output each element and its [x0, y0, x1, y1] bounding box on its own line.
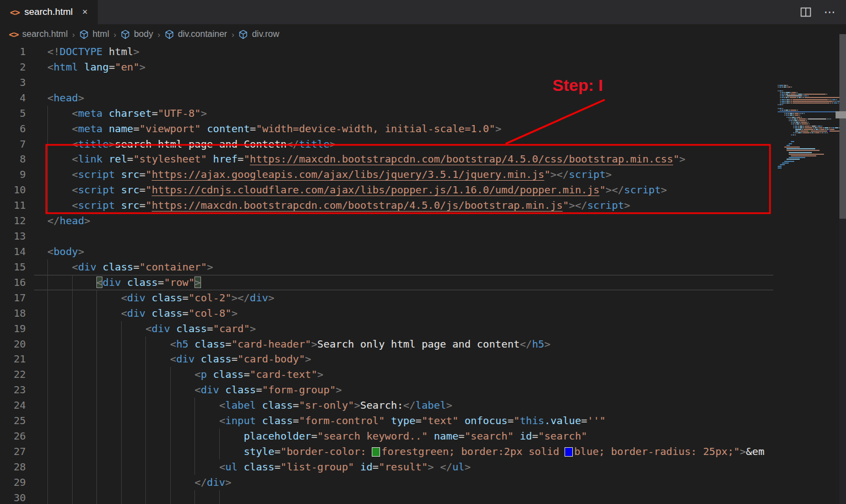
- code-line-7[interactable]: 7 <title>search html page and Contetn</t…: [0, 137, 773, 152]
- indent-guide: [72, 337, 73, 352]
- line-number-29[interactable]: 29: [0, 475, 26, 490]
- line-number-3[interactable]: 3: [0, 75, 26, 90]
- code-line-11[interactable]: 11 <script src="https://maxcdn.bootstrap…: [0, 198, 773, 213]
- indent-guide: [72, 413, 73, 429]
- code-line-18[interactable]: 18 <div class="col-8">: [0, 306, 773, 321]
- color-swatch-blue[interactable]: [565, 448, 572, 456]
- code-line-3[interactable]: 3: [0, 75, 773, 90]
- line-number-22[interactable]: 22: [0, 367, 26, 382]
- code-line-15[interactable]: 15 <div class="container">: [0, 259, 773, 275]
- line-number-15[interactable]: 15: [0, 259, 26, 275]
- code-line-9[interactable]: 9 <script src="https://ajax.googleapis.c…: [0, 167, 773, 182]
- line-number-21[interactable]: 21: [0, 351, 26, 367]
- line-number-14[interactable]: 14: [0, 244, 26, 259]
- indent-guide: [47, 337, 48, 352]
- minimap-line: [778, 118, 831, 120]
- code-line-16[interactable]: 16 <div class="row">: [0, 275, 773, 290]
- line-number-28[interactable]: 28: [0, 459, 26, 475]
- tab-search-html[interactable]: <> search.html ×: [0, 0, 98, 24]
- minimap-current-line-marker: [778, 111, 836, 112]
- code-line-1[interactable]: 1<!DOCTYPE html>: [0, 44, 773, 59]
- line-number-13[interactable]: 13: [0, 229, 26, 244]
- indent-guide: [145, 337, 146, 352]
- line-number-10[interactable]: 10: [0, 182, 26, 198]
- line-number-2[interactable]: 2: [0, 59, 26, 75]
- line-number-5[interactable]: 5: [0, 106, 26, 121]
- code-line-17[interactable]: 17 <div class="col-2"></div>: [0, 290, 773, 306]
- code-line-12[interactable]: 12</head>: [0, 213, 773, 229]
- code-line-24[interactable]: 24 <label class="sr-only">Search:</label…: [0, 398, 773, 413]
- code-line-22[interactable]: 22 <p class="card-text">: [0, 367, 773, 382]
- code-line-8[interactable]: 8 <link rel="stylesheet" href="https://m…: [0, 151, 773, 167]
- color-swatch-forestgreen[interactable]: [372, 448, 379, 456]
- indent-guide: [47, 121, 48, 137]
- line-number-6[interactable]: 6: [0, 121, 26, 137]
- line-number-18[interactable]: 18: [0, 306, 26, 321]
- code-line-30[interactable]: 30: [0, 490, 773, 504]
- code-line-2[interactable]: 2<html lang="en">: [0, 59, 773, 75]
- code-line-14[interactable]: 14<body>: [0, 244, 773, 259]
- line-number-1[interactable]: 1: [0, 44, 26, 59]
- minimap-line: [778, 101, 842, 102]
- code-line-6[interactable]: 6 <meta name="viewport" content="width=d…: [0, 121, 773, 137]
- line-number-9[interactable]: 9: [0, 167, 26, 182]
- line-number-23[interactable]: 23: [0, 382, 26, 398]
- minimap-line: [778, 115, 800, 116]
- indent-guide: [96, 290, 97, 306]
- indent-guide: [96, 321, 97, 337]
- line-number-12[interactable]: 12: [0, 213, 26, 229]
- code-line-21[interactable]: 21 <div class="card-body">: [0, 351, 773, 367]
- code-line-13[interactable]: 13: [0, 229, 773, 244]
- line-number-20[interactable]: 20: [0, 337, 26, 352]
- breadcrumb-item-body[interactable]: body: [121, 29, 153, 39]
- line-number-16[interactable]: 16: [0, 275, 26, 290]
- breadcrumb-item-search-html[interactable]: <>search.html: [9, 29, 68, 40]
- code-line-19[interactable]: 19 <div class="card">: [0, 321, 773, 337]
- code-line-10[interactable]: 10 <script src="https://cdnjs.cloudflare…: [0, 182, 773, 198]
- line-number-7[interactable]: 7: [0, 137, 26, 152]
- code-line-23[interactable]: 23 <div class="form-group">: [0, 382, 773, 398]
- code-line-27[interactable]: 27 style="border-color: forestgreen; bor…: [0, 444, 773, 459]
- line-number-4[interactable]: 4: [0, 90, 26, 106]
- code-line-20[interactable]: 20 <h5 class="card-header">Search only h…: [0, 337, 773, 352]
- split-editor-icon[interactable]: [800, 6, 812, 18]
- code-line-28[interactable]: 28 <ul class="list-group" id="result"> <…: [0, 459, 773, 475]
- line-number-17[interactable]: 17: [0, 290, 26, 306]
- indent-guide: [121, 321, 122, 337]
- indent-guide: [96, 337, 97, 352]
- editor-actions: ⋯: [800, 0, 846, 24]
- close-tab-icon[interactable]: ×: [80, 6, 90, 19]
- indent-guide: [72, 290, 73, 306]
- code-line-29[interactable]: 29 </div>: [0, 475, 773, 490]
- line-content: <div class="card">: [47, 321, 773, 337]
- line-number-8[interactable]: 8: [0, 151, 26, 167]
- line-number-25[interactable]: 25: [0, 413, 26, 429]
- breadcrumb-item-div-container[interactable]: div.container: [165, 29, 227, 39]
- minimap-line: [778, 126, 822, 127]
- code-line-5[interactable]: 5 <meta charset="UTF-8">: [0, 106, 773, 121]
- line-number-26[interactable]: 26: [0, 429, 26, 444]
- indent-guide: [47, 459, 48, 475]
- line-number-11[interactable]: 11: [0, 198, 26, 213]
- line-number-19[interactable]: 19: [0, 321, 26, 337]
- indent-guide: [47, 382, 48, 398]
- line-number-30[interactable]: 30: [0, 490, 26, 504]
- line-number-27[interactable]: 27: [0, 444, 26, 459]
- scrollbar-thumb[interactable]: [839, 34, 846, 219]
- line-number-24[interactable]: 24: [0, 398, 26, 413]
- indent-guide: [121, 367, 122, 382]
- indent-guide: [72, 475, 73, 490]
- minimap-line: [778, 95, 809, 96]
- code-area[interactable]: 1<!DOCTYPE html>2<html lang="en">34<head…: [0, 44, 773, 504]
- indent-guide: [72, 444, 73, 459]
- scrollbar-handle[interactable]: [836, 111, 846, 118]
- indent-guide: [121, 490, 122, 504]
- breadcrumb-item-html[interactable]: html: [79, 29, 109, 39]
- more-actions-icon[interactable]: ⋯: [824, 6, 836, 19]
- minimap[interactable]: [778, 41, 836, 206]
- code-line-25[interactable]: 25 <input class="form-control" type="tex…: [0, 413, 773, 429]
- indent-guide: [47, 198, 48, 213]
- code-line-26[interactable]: 26 placeholder="search keyword.." name="…: [0, 429, 773, 444]
- breadcrumb-item-div-row[interactable]: div.row: [238, 29, 279, 39]
- code-line-4[interactable]: 4<head>: [0, 90, 773, 106]
